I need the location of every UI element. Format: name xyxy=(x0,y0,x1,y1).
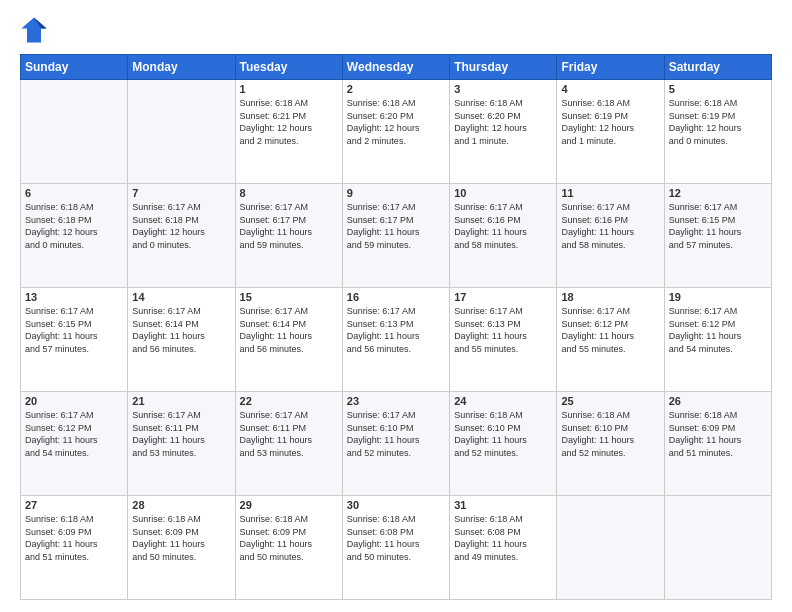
day-info: Sunrise: 6:17 AM Sunset: 6:15 PM Dayligh… xyxy=(669,201,767,251)
calendar-cell xyxy=(128,80,235,184)
day-number: 25 xyxy=(561,395,659,407)
calendar-header-wednesday: Wednesday xyxy=(342,55,449,80)
calendar-cell: 31Sunrise: 6:18 AM Sunset: 6:08 PM Dayli… xyxy=(450,496,557,600)
calendar-header-tuesday: Tuesday xyxy=(235,55,342,80)
day-info: Sunrise: 6:18 AM Sunset: 6:09 PM Dayligh… xyxy=(25,513,123,563)
calendar-cell: 26Sunrise: 6:18 AM Sunset: 6:09 PM Dayli… xyxy=(664,392,771,496)
calendar-table: SundayMondayTuesdayWednesdayThursdayFrid… xyxy=(20,54,772,600)
calendar-week-4: 20Sunrise: 6:17 AM Sunset: 6:12 PM Dayli… xyxy=(21,392,772,496)
day-number: 27 xyxy=(25,499,123,511)
day-number: 10 xyxy=(454,187,552,199)
day-number: 20 xyxy=(25,395,123,407)
calendar-cell: 16Sunrise: 6:17 AM Sunset: 6:13 PM Dayli… xyxy=(342,288,449,392)
day-info: Sunrise: 6:17 AM Sunset: 6:15 PM Dayligh… xyxy=(25,305,123,355)
calendar-cell: 12Sunrise: 6:17 AM Sunset: 6:15 PM Dayli… xyxy=(664,184,771,288)
day-number: 31 xyxy=(454,499,552,511)
day-info: Sunrise: 6:18 AM Sunset: 6:19 PM Dayligh… xyxy=(561,97,659,147)
calendar-cell: 19Sunrise: 6:17 AM Sunset: 6:12 PM Dayli… xyxy=(664,288,771,392)
calendar-cell: 20Sunrise: 6:17 AM Sunset: 6:12 PM Dayli… xyxy=(21,392,128,496)
day-number: 5 xyxy=(669,83,767,95)
calendar-header-saturday: Saturday xyxy=(664,55,771,80)
calendar-cell: 7Sunrise: 6:17 AM Sunset: 6:18 PM Daylig… xyxy=(128,184,235,288)
calendar-cell: 25Sunrise: 6:18 AM Sunset: 6:10 PM Dayli… xyxy=(557,392,664,496)
calendar-week-1: 1Sunrise: 6:18 AM Sunset: 6:21 PM Daylig… xyxy=(21,80,772,184)
day-info: Sunrise: 6:17 AM Sunset: 6:16 PM Dayligh… xyxy=(454,201,552,251)
day-info: Sunrise: 6:18 AM Sunset: 6:18 PM Dayligh… xyxy=(25,201,123,251)
day-info: Sunrise: 6:18 AM Sunset: 6:19 PM Dayligh… xyxy=(669,97,767,147)
day-info: Sunrise: 6:17 AM Sunset: 6:11 PM Dayligh… xyxy=(240,409,338,459)
day-info: Sunrise: 6:18 AM Sunset: 6:08 PM Dayligh… xyxy=(347,513,445,563)
day-info: Sunrise: 6:18 AM Sunset: 6:10 PM Dayligh… xyxy=(454,409,552,459)
day-number: 18 xyxy=(561,291,659,303)
day-info: Sunrise: 6:18 AM Sunset: 6:10 PM Dayligh… xyxy=(561,409,659,459)
day-number: 15 xyxy=(240,291,338,303)
calendar-header-row: SundayMondayTuesdayWednesdayThursdayFrid… xyxy=(21,55,772,80)
day-number: 14 xyxy=(132,291,230,303)
day-info: Sunrise: 6:17 AM Sunset: 6:12 PM Dayligh… xyxy=(669,305,767,355)
calendar-cell: 13Sunrise: 6:17 AM Sunset: 6:15 PM Dayli… xyxy=(21,288,128,392)
day-number: 23 xyxy=(347,395,445,407)
day-number: 29 xyxy=(240,499,338,511)
calendar-cell: 1Sunrise: 6:18 AM Sunset: 6:21 PM Daylig… xyxy=(235,80,342,184)
day-number: 16 xyxy=(347,291,445,303)
day-number: 21 xyxy=(132,395,230,407)
calendar-cell xyxy=(664,496,771,600)
calendar-cell: 17Sunrise: 6:17 AM Sunset: 6:13 PM Dayli… xyxy=(450,288,557,392)
calendar-cell: 2Sunrise: 6:18 AM Sunset: 6:20 PM Daylig… xyxy=(342,80,449,184)
calendar-cell: 23Sunrise: 6:17 AM Sunset: 6:10 PM Dayli… xyxy=(342,392,449,496)
svg-marker-0 xyxy=(21,17,46,42)
day-number: 17 xyxy=(454,291,552,303)
day-info: Sunrise: 6:17 AM Sunset: 6:10 PM Dayligh… xyxy=(347,409,445,459)
calendar-cell: 8Sunrise: 6:17 AM Sunset: 6:17 PM Daylig… xyxy=(235,184,342,288)
day-info: Sunrise: 6:17 AM Sunset: 6:18 PM Dayligh… xyxy=(132,201,230,251)
calendar-cell: 30Sunrise: 6:18 AM Sunset: 6:08 PM Dayli… xyxy=(342,496,449,600)
day-number: 24 xyxy=(454,395,552,407)
header xyxy=(20,16,772,44)
calendar-cell: 18Sunrise: 6:17 AM Sunset: 6:12 PM Dayli… xyxy=(557,288,664,392)
calendar-week-3: 13Sunrise: 6:17 AM Sunset: 6:15 PM Dayli… xyxy=(21,288,772,392)
day-info: Sunrise: 6:17 AM Sunset: 6:17 PM Dayligh… xyxy=(347,201,445,251)
day-info: Sunrise: 6:17 AM Sunset: 6:12 PM Dayligh… xyxy=(561,305,659,355)
day-number: 7 xyxy=(132,187,230,199)
day-info: Sunrise: 6:18 AM Sunset: 6:20 PM Dayligh… xyxy=(347,97,445,147)
page: SundayMondayTuesdayWednesdayThursdayFrid… xyxy=(0,0,792,612)
calendar-header-thursday: Thursday xyxy=(450,55,557,80)
day-info: Sunrise: 6:17 AM Sunset: 6:12 PM Dayligh… xyxy=(25,409,123,459)
calendar-cell xyxy=(21,80,128,184)
day-number: 26 xyxy=(669,395,767,407)
calendar-cell: 21Sunrise: 6:17 AM Sunset: 6:11 PM Dayli… xyxy=(128,392,235,496)
calendar-cell: 24Sunrise: 6:18 AM Sunset: 6:10 PM Dayli… xyxy=(450,392,557,496)
day-number: 19 xyxy=(669,291,767,303)
day-info: Sunrise: 6:18 AM Sunset: 6:09 PM Dayligh… xyxy=(669,409,767,459)
calendar-cell: 4Sunrise: 6:18 AM Sunset: 6:19 PM Daylig… xyxy=(557,80,664,184)
day-number: 1 xyxy=(240,83,338,95)
calendar-cell: 22Sunrise: 6:17 AM Sunset: 6:11 PM Dayli… xyxy=(235,392,342,496)
day-info: Sunrise: 6:18 AM Sunset: 6:21 PM Dayligh… xyxy=(240,97,338,147)
calendar-cell: 10Sunrise: 6:17 AM Sunset: 6:16 PM Dayli… xyxy=(450,184,557,288)
logo-icon xyxy=(20,16,48,44)
day-number: 28 xyxy=(132,499,230,511)
day-info: Sunrise: 6:17 AM Sunset: 6:11 PM Dayligh… xyxy=(132,409,230,459)
calendar-header-sunday: Sunday xyxy=(21,55,128,80)
day-info: Sunrise: 6:17 AM Sunset: 6:14 PM Dayligh… xyxy=(240,305,338,355)
day-info: Sunrise: 6:18 AM Sunset: 6:20 PM Dayligh… xyxy=(454,97,552,147)
calendar-week-5: 27Sunrise: 6:18 AM Sunset: 6:09 PM Dayli… xyxy=(21,496,772,600)
calendar-cell: 29Sunrise: 6:18 AM Sunset: 6:09 PM Dayli… xyxy=(235,496,342,600)
logo xyxy=(20,16,52,44)
calendar-cell: 9Sunrise: 6:17 AM Sunset: 6:17 PM Daylig… xyxy=(342,184,449,288)
day-number: 6 xyxy=(25,187,123,199)
day-info: Sunrise: 6:17 AM Sunset: 6:13 PM Dayligh… xyxy=(454,305,552,355)
calendar-header-monday: Monday xyxy=(128,55,235,80)
day-number: 2 xyxy=(347,83,445,95)
calendar-week-2: 6Sunrise: 6:18 AM Sunset: 6:18 PM Daylig… xyxy=(21,184,772,288)
calendar-cell xyxy=(557,496,664,600)
day-number: 3 xyxy=(454,83,552,95)
calendar-cell: 6Sunrise: 6:18 AM Sunset: 6:18 PM Daylig… xyxy=(21,184,128,288)
calendar-cell: 27Sunrise: 6:18 AM Sunset: 6:09 PM Dayli… xyxy=(21,496,128,600)
calendar-cell: 11Sunrise: 6:17 AM Sunset: 6:16 PM Dayli… xyxy=(557,184,664,288)
day-number: 12 xyxy=(669,187,767,199)
day-number: 22 xyxy=(240,395,338,407)
calendar-header-friday: Friday xyxy=(557,55,664,80)
day-number: 8 xyxy=(240,187,338,199)
day-info: Sunrise: 6:17 AM Sunset: 6:16 PM Dayligh… xyxy=(561,201,659,251)
